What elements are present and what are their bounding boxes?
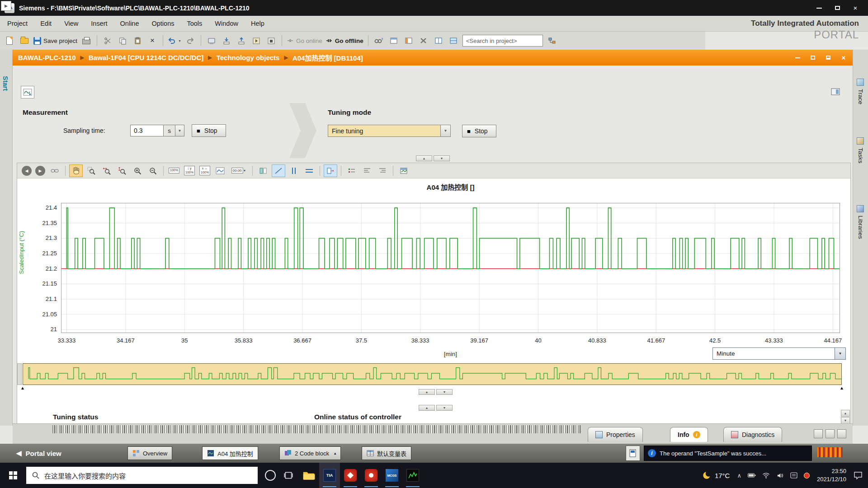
- zoom-area-button[interactable]: [85, 164, 98, 177]
- next-view-button[interactable]: ▶: [35, 166, 45, 176]
- red-app1-button[interactable]: [340, 463, 361, 488]
- window-close-button[interactable]: ×: [852, 5, 859, 12]
- range-handle-left[interactable]: ▲: [20, 386, 25, 390]
- notification-badge-icon[interactable]: [804, 473, 810, 479]
- editor-tab-codeblock[interactable]: 2 Code block ▴: [279, 446, 341, 460]
- scale-x-100-button[interactable]: x ↔100%: [198, 164, 212, 177]
- start-runtime-window-button[interactable]: [388, 34, 400, 47]
- menu-edit[interactable]: Edit: [40, 20, 52, 27]
- delete-button[interactable]: ×: [146, 34, 158, 47]
- autofit-curve-button[interactable]: [213, 164, 227, 177]
- sampling-unit-dropdown-button[interactable]: ▼: [175, 125, 184, 136]
- go-online-button[interactable]: Go online: [287, 34, 322, 47]
- search-in-project-input[interactable]: <Search in project>: [462, 35, 543, 47]
- snap-to-samples-button[interactable]: [324, 164, 337, 177]
- menu-tools[interactable]: Tools: [187, 20, 202, 27]
- zoom-horizontal-button[interactable]: [100, 164, 113, 177]
- trend-tool-button[interactable]: [402, 463, 423, 488]
- measurement-config-button[interactable]: [21, 86, 34, 99]
- editor-tab-vartable[interactable]: 默认变量表: [362, 446, 411, 460]
- splitter-down-button[interactable]: ▼: [436, 389, 453, 395]
- signal-table-button[interactable]: [397, 164, 410, 177]
- more-editors-arrow[interactable]: ▴: [334, 451, 336, 455]
- sidebar-tab-start[interactable]: Start: [2, 76, 9, 91]
- editor-tab-a04[interactable]: A04 加热控制: [202, 446, 258, 460]
- overview-range-strip[interactable]: ▲ ▲: [23, 363, 842, 385]
- editor-minimize-button[interactable]: [794, 54, 801, 61]
- print-button[interactable]: [80, 34, 92, 47]
- time-unit-dropdown-button[interactable]: ▼: [835, 348, 845, 359]
- menu-online[interactable]: Online: [120, 20, 139, 27]
- portal-view-button[interactable]: ◀ Portal view: [16, 444, 61, 463]
- scroll-up-button[interactable]: ▲: [841, 410, 850, 417]
- show-editor-layout-button[interactable]: [403, 34, 415, 47]
- splitter-up-button[interactable]: ▲: [416, 155, 432, 161]
- cursor-mode-button[interactable]: [256, 164, 270, 177]
- status-message[interactable]: i The operand "TestSample" was succes...: [644, 446, 812, 461]
- split-editor-vertical-button[interactable]: [448, 34, 459, 47]
- copy-button[interactable]: [117, 34, 128, 47]
- menu-options[interactable]: Options: [152, 20, 175, 27]
- time-unit-select[interactable]: Minute ▼: [712, 347, 846, 360]
- splitter-down-button[interactable]: ▼: [436, 405, 453, 411]
- task-card-trace[interactable]: Trace: [854, 77, 867, 106]
- splitter-up-button[interactable]: ▲: [419, 405, 435, 411]
- breadcrumb-item[interactable]: Technology objects: [217, 54, 280, 61]
- task-card-tasks[interactable]: Tasks: [854, 136, 867, 165]
- trend-plot[interactable]: [61, 203, 840, 333]
- legend-toggle-button[interactable]: [345, 164, 359, 177]
- tuning-stop-button[interactable]: ■ Stop: [462, 125, 496, 137]
- compile-button[interactable]: [206, 34, 217, 47]
- menu-help[interactable]: Help: [251, 20, 264, 27]
- editor-close-button[interactable]: ×: [840, 54, 847, 61]
- window-restore-button[interactable]: [834, 5, 841, 12]
- collapse-inspector-button[interactable]: [826, 429, 835, 438]
- sampling-time-input[interactable]: 0.3: [130, 125, 164, 136]
- menu-project[interactable]: Project: [7, 20, 28, 27]
- task-card-libraries[interactable]: Libraries: [854, 203, 867, 241]
- start-button[interactable]: [0, 463, 26, 488]
- splitter-down-button[interactable]: ▼: [434, 155, 450, 161]
- measurement-stop-button[interactable]: ■ Stop: [192, 124, 226, 137]
- menu-insert[interactable]: Insert: [91, 20, 107, 27]
- cortana-button[interactable]: [265, 470, 276, 481]
- legend-align-right-button[interactable]: [376, 164, 389, 177]
- zoom-vertical-button[interactable]: [115, 164, 129, 177]
- horizontal-cursors-button[interactable]: [302, 164, 316, 177]
- pan-tool-button[interactable]: [69, 164, 83, 177]
- scroll-down-button[interactable]: ▼: [841, 417, 850, 424]
- open-project-button[interactable]: [19, 34, 30, 47]
- memory-card-button[interactable]: [626, 446, 640, 461]
- splitter-up-button[interactable]: ▲: [419, 389, 435, 395]
- upload-from-device-button[interactable]: [236, 34, 247, 47]
- action-center-icon[interactable]: [854, 471, 863, 479]
- speaker-icon[interactable]: [776, 472, 784, 479]
- tab-properties[interactable]: Properties: [588, 427, 643, 442]
- save-project-button[interactable]: Save project: [33, 34, 77, 47]
- wifi-icon[interactable]: [762, 472, 770, 479]
- zoom-in-button[interactable]: [131, 164, 144, 177]
- tray-expand-button[interactable]: ∧: [737, 472, 741, 479]
- accessible-devices-button[interactable]: ?: [373, 34, 385, 47]
- download-to-device-button[interactable]: [221, 34, 232, 47]
- range-handle-right[interactable]: ▲: [840, 386, 844, 390]
- cut-button[interactable]: [102, 34, 113, 47]
- tab-info[interactable]: Info i: [670, 427, 708, 442]
- go-offline-button[interactable]: Go offline: [326, 34, 363, 47]
- time-offset-button[interactable]: 00:00▼: [229, 164, 249, 177]
- breadcrumb-item[interactable]: A04加热控制 [DB1104]: [292, 53, 363, 62]
- stop-cpu-button[interactable]: [265, 34, 277, 47]
- tuning-mode-select[interactable]: Fine tuning ▼: [328, 125, 451, 137]
- link-views-button[interactable]: [48, 164, 61, 177]
- undo-button[interactable]: ▼: [168, 34, 181, 47]
- red-app2-button[interactable]: [361, 463, 382, 488]
- mcgs-button[interactable]: MCGS: [382, 463, 402, 488]
- paste-button[interactable]: [132, 34, 143, 47]
- expand-measurement-panel-button[interactable]: [829, 86, 842, 98]
- project-tree-button[interactable]: [546, 34, 558, 47]
- legend-align-left-button[interactable]: [360, 164, 374, 177]
- menu-window[interactable]: Window: [215, 20, 238, 27]
- float-inspector-button[interactable]: [814, 429, 823, 438]
- taskbar-search-input[interactable]: 在这里输入你要搜索的内容: [26, 467, 258, 484]
- vertical-cursors-button[interactable]: [287, 164, 301, 177]
